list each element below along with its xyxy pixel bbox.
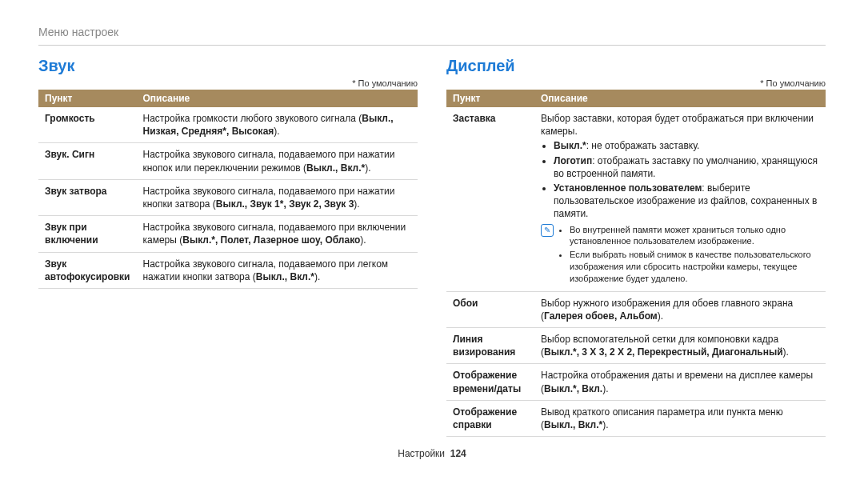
table-row: Звук. Сигн Настройка звукового сигнала, … [38, 143, 418, 179]
row-desc: Выбор нужного изображения для обоев глав… [534, 291, 826, 327]
breadcrumb: Меню настроек [38, 26, 826, 38]
divider [38, 45, 826, 46]
table-row: Линия визирования Выбор вспомогательной … [446, 328, 826, 364]
table-row: Отображение справки Вывод краткого описа… [446, 400, 826, 436]
note-box: ✎ Во внутренней памяти может храниться т… [541, 224, 819, 286]
row-label: Отображение справки [446, 400, 534, 436]
row-desc: Настройка звукового сигнала, подаваемого… [136, 216, 418, 252]
row-desc: Вывод краткого описания параметра или пу… [534, 400, 826, 436]
row-label: Звук затвора [38, 179, 136, 215]
th-item: Пункт [38, 90, 136, 107]
row-label: Обои [446, 291, 534, 327]
table-row: Звук при включении Настройка звукового с… [38, 216, 418, 252]
row-desc: Настройка звукового сигнала, подаваемого… [136, 143, 418, 179]
row-label: Звук. Сигн [38, 143, 136, 179]
row-label: Звук автофокусировки [38, 252, 136, 288]
default-note-left: * По умолчанию [38, 78, 418, 88]
footer-section: Настройки [398, 448, 445, 459]
table-row: Звук затвора Настройка звукового сигнала… [38, 179, 418, 215]
row-desc: Выбор вспомогательной сетки для компонов… [534, 328, 826, 364]
row-desc: Настройка отображения даты и времени на … [534, 364, 826, 400]
row-label: Линия визирования [446, 328, 534, 364]
th-desc: Описание [136, 90, 418, 107]
row-desc: Настройка звукового сигнала, подаваемого… [136, 252, 418, 288]
footer: Настройки 124 [38, 448, 826, 459]
row-desc: Выбор заставки, которая будет отображать… [534, 107, 826, 291]
sound-section: Звук * По умолчанию Пункт Описание Громк… [38, 57, 418, 437]
splash-options: Выкл.*: не отображать заставку. Логотип:… [541, 139, 819, 220]
footer-page: 124 [450, 448, 466, 459]
row-label: Отображение времени/даты [446, 364, 534, 400]
sound-title: Звук [38, 57, 418, 75]
table-row: Заставка Выбор заставки, которая будет о… [446, 107, 826, 291]
default-note-right: * По умолчанию [446, 78, 826, 88]
row-label: Громкость [38, 107, 136, 143]
table-row: Звук автофокусировки Настройка звукового… [38, 252, 418, 288]
note-icon: ✎ [541, 224, 554, 237]
row-label: Звук при включении [38, 216, 136, 252]
table-row: Обои Выбор нужного изображения для обоев… [446, 291, 826, 327]
row-desc: Настройка звукового сигнала, подаваемого… [136, 179, 418, 215]
table-row: Отображение времени/даты Настройка отобр… [446, 364, 826, 400]
display-table: Пункт Описание Заставка Выбор заставки, … [446, 90, 826, 437]
th-desc: Описание [534, 90, 826, 107]
th-item: Пункт [446, 90, 534, 107]
note-item: Если выбрать новый снимок в качестве пол… [570, 249, 819, 285]
row-desc: Настройка громкости любого звукового сиг… [136, 107, 418, 143]
display-section: Дисплей * По умолчанию Пункт Описание За… [446, 57, 826, 437]
row-label: Заставка [446, 107, 534, 291]
display-title: Дисплей [446, 57, 826, 75]
sound-table: Пункт Описание Громкость Настройка громк… [38, 90, 418, 289]
note-item: Во внутренней памяти может храниться тол… [570, 224, 819, 248]
splash-intro: Выбор заставки, которая будет отображать… [541, 112, 819, 138]
table-row: Громкость Настройка громкости любого зву… [38, 107, 418, 143]
